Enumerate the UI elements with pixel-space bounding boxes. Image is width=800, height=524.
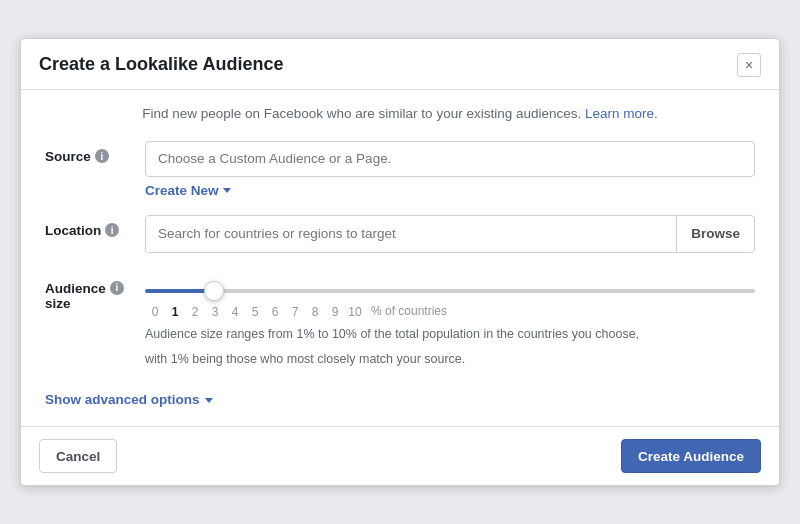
create-audience-button[interactable]: Create Audience: [621, 439, 761, 473]
create-new-link[interactable]: Create New: [145, 183, 231, 198]
audience-size-section: Audience size i 0 1 2 3: [45, 269, 755, 369]
audience-size-label: Audience size i: [45, 269, 145, 311]
size-description-line1: Audience size ranges from 1% to 10% of t…: [145, 325, 755, 344]
close-button[interactable]: ×: [737, 53, 761, 77]
slider-container: [145, 279, 755, 297]
source-input[interactable]: [145, 141, 755, 177]
location-input-wrap: Browse: [145, 215, 755, 253]
location-label: Location i: [45, 215, 145, 238]
source-control-wrap: Create New: [145, 141, 755, 199]
advanced-caret-icon: [205, 398, 213, 403]
tick-labels: 0 1 2 3 4 5 6 7 8 9 10: [145, 305, 365, 319]
cancel-button[interactable]: Cancel: [39, 439, 117, 473]
percent-label: % of countries: [371, 304, 447, 318]
slider-wrap: 0 1 2 3 4 5 6 7 8 9 10 % of countri: [145, 269, 755, 369]
dialog-header: Create a Lookalike Audience ×: [21, 39, 779, 90]
dialog-body: Find new people on Facebook who are simi…: [21, 90, 779, 419]
create-lookalike-dialog: Create a Lookalike Audience × Find new p…: [20, 38, 780, 487]
subtitle: Find new people on Facebook who are simi…: [45, 106, 755, 121]
audience-size-row: Audience size i 0 1 2 3: [45, 269, 755, 369]
dialog-footer: Cancel Create Audience: [21, 426, 779, 485]
size-description-line2: with 1% being those who most closely mat…: [145, 350, 755, 369]
audience-size-slider[interactable]: [145, 289, 755, 293]
tick-row: 0 1 2 3 4 5 6 7 8 9 10 % of countri: [145, 303, 755, 319]
location-input[interactable]: [146, 216, 676, 252]
audience-size-info-icon[interactable]: i: [110, 281, 124, 295]
source-row: Source i Create New: [45, 141, 755, 199]
dialog-title: Create a Lookalike Audience: [39, 54, 283, 75]
show-advanced-link[interactable]: Show advanced options: [45, 392, 213, 407]
location-control-wrap: Browse: [145, 215, 755, 253]
source-info-icon[interactable]: i: [95, 149, 109, 163]
browse-button[interactable]: Browse: [676, 216, 754, 252]
create-new-caret-icon: [223, 188, 231, 193]
location-row: Location i Browse: [45, 215, 755, 253]
source-label: Source i: [45, 141, 145, 164]
location-info-icon[interactable]: i: [105, 223, 119, 237]
learn-more-link[interactable]: Learn more.: [585, 106, 658, 121]
